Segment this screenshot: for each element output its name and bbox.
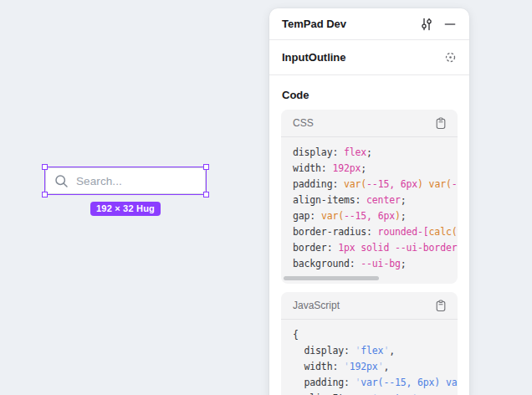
selected-component[interactable]: Search... bbox=[45, 167, 206, 194]
locate-target-icon[interactable] bbox=[442, 49, 458, 66]
tempad-dev-panel: TemPad Dev InputOutline Code C bbox=[269, 8, 469, 395]
javascript-code: { display: 'flex', width: '192px', paddi… bbox=[281, 320, 458, 395]
search-placeholder: Search... bbox=[76, 175, 122, 187]
javascript-code-block: JavaScript { display: 'flex', width: '19… bbox=[281, 292, 458, 395]
minimize-icon[interactable] bbox=[442, 16, 458, 33]
selected-node-name: InputOutline bbox=[282, 51, 442, 64]
search-icon bbox=[54, 174, 69, 188]
selected-node-row: InputOutline bbox=[269, 40, 469, 75]
copy-icon[interactable] bbox=[432, 115, 449, 131]
panel-header: TemPad Dev bbox=[269, 8, 469, 40]
css-code: display: flex;width: 192px;padding: var(… bbox=[281, 137, 458, 284]
css-code-block: CSS display: flex;width: 192px;padding: … bbox=[281, 110, 458, 284]
code-section-title: Code bbox=[269, 75, 469, 110]
css-block-header: CSS bbox=[281, 110, 458, 137]
settings-sliders-icon[interactable] bbox=[418, 16, 435, 33]
panel-title: TemPad Dev bbox=[282, 18, 418, 30]
javascript-block-header: JavaScript bbox=[281, 292, 458, 320]
css-block-label: CSS bbox=[293, 117, 432, 129]
search-input[interactable]: Search... bbox=[45, 167, 206, 194]
selection-size-badge: 192 × 32 Hug bbox=[90, 202, 161, 216]
copy-icon[interactable] bbox=[432, 297, 449, 314]
javascript-block-label: JavaScript bbox=[293, 300, 432, 311]
horizontal-scrollbar[interactable] bbox=[284, 276, 379, 280]
